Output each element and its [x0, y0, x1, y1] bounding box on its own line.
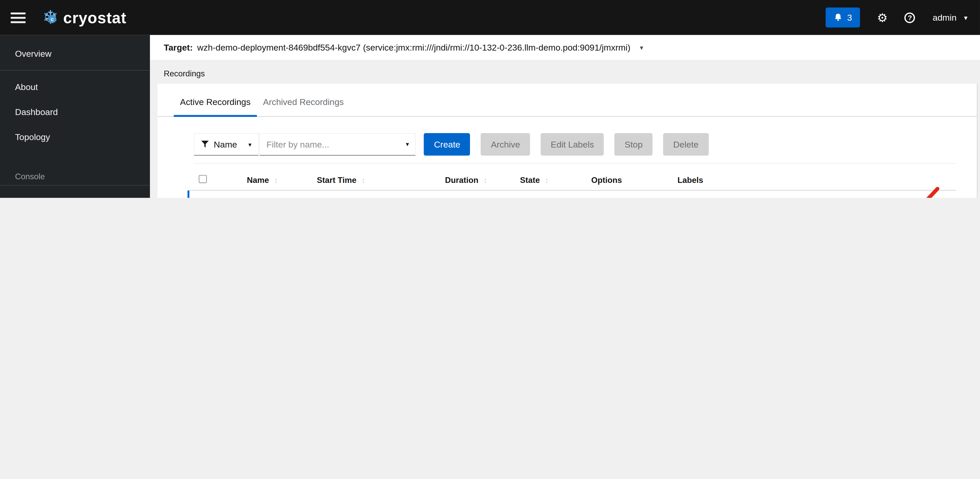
delete-button[interactable]: Delete [663, 133, 709, 156]
recordings-table: Name↕ Start Time↕ Duration↕ State↕ Optio… [188, 169, 956, 198]
column-header-start-time[interactable]: Start Time↕ [317, 175, 365, 184]
table-header-row: Name↕ Start Time↕ Duration↕ State↕ Optio… [188, 169, 956, 191]
column-header-duration[interactable]: Duration↕ [445, 175, 487, 184]
sidebar-divider [0, 70, 150, 70]
brand[interactable]: ❄c cryostat [43, 8, 127, 27]
select-all-checkbox[interactable] [199, 175, 207, 185]
settings-gear-icon[interactable]: ⚙ [877, 12, 888, 24]
bell-icon [834, 13, 843, 22]
sort-icon[interactable]: ↕ [484, 176, 487, 185]
user-menu[interactable]: admin [933, 13, 956, 22]
recordings-panel: Active Recordings Archived Recordings Na… [158, 84, 978, 198]
sidebar-item-dashboard[interactable]: Dashboard [0, 99, 150, 124]
sidebar-nav: Overview About Dashboard Topology Consol… [0, 35, 150, 198]
name-filter: ▾ [259, 133, 416, 156]
table-row: auto_test 05/07/2024 2:54:38 PM GMT+8 Co… [189, 191, 956, 198]
sidebar-item-overview[interactable]: Overview [0, 41, 150, 66]
target-caret-icon[interactable]: ▾ [640, 43, 643, 51]
notification-count: 3 [847, 13, 852, 22]
archive-button[interactable]: Archive [481, 133, 530, 156]
stop-button[interactable]: Stop [615, 133, 653, 156]
recordings-toolbar: Name ▾ ▾ Create Archive Edit Labels Stop… [194, 133, 956, 164]
filter-field-select[interactable]: Name ▾ [194, 133, 259, 156]
breadcrumb: Recordings [164, 69, 980, 78]
filter-funnel-icon [201, 140, 209, 148]
notifications-button[interactable]: 3 [826, 8, 860, 28]
filter-field-label: Name [214, 139, 237, 150]
nav-toggle-hamburger-icon[interactable] [11, 12, 25, 23]
sidebar-item-automated-rules[interactable]: Automated Rules [0, 189, 150, 198]
filter-field-caret-icon: ▾ [248, 141, 251, 148]
column-header-state[interactable]: State↕ [520, 175, 549, 184]
edit-labels-button[interactable]: Edit Labels [541, 133, 604, 156]
user-menu-caret-icon[interactable]: ▾ [964, 13, 967, 21]
sidebar-divider [0, 185, 150, 185]
sort-icon[interactable]: ↕ [545, 176, 549, 185]
name-filter-input[interactable] [259, 133, 416, 156]
tabs: Active Recordings Archived Recordings [158, 84, 977, 117]
tab-archived-recordings[interactable]: Archived Recordings [257, 97, 350, 117]
cryostat-logo-icon: ❄c [43, 8, 58, 27]
content-area: Recordings Active Recordings Archived Re… [150, 60, 980, 198]
target-value: wzh-demo-deployment-8469bdf554-kgvc7 (se… [197, 43, 630, 53]
tab-active-recordings[interactable]: Active Recordings [174, 97, 257, 117]
sidebar-item-about[interactable]: About [0, 74, 150, 99]
create-button[interactable]: Create [424, 133, 470, 156]
name-filter-caret-icon[interactable]: ▾ [406, 140, 409, 148]
brand-name: cryostat [63, 8, 126, 27]
sidebar-item-topology[interactable]: Topology [0, 124, 150, 150]
sidebar-section-console: Console [15, 172, 150, 181]
column-header-labels: Labels [678, 175, 703, 184]
sort-icon[interactable]: ↕ [361, 176, 365, 185]
sort-icon[interactable]: ↕ [274, 176, 278, 185]
expanded-row-group: auto_test 05/07/2024 2:54:38 PM GMT+8 Co… [188, 191, 956, 198]
column-header-options: Options [591, 175, 622, 184]
column-header-name[interactable]: Name↕ [247, 175, 278, 184]
target-select-bar[interactable]: Target: wzh-demo-deployment-8469bdf554-k… [150, 35, 980, 60]
app-viewport: ❄c cryostat 3 ⚙ ? admin ▾ Overview About… [0, 0, 980, 198]
masthead: ❄c cryostat 3 ⚙ ? admin ▾ [0, 0, 980, 35]
target-label: Target: [164, 43, 193, 53]
help-icon[interactable]: ? [905, 12, 915, 23]
